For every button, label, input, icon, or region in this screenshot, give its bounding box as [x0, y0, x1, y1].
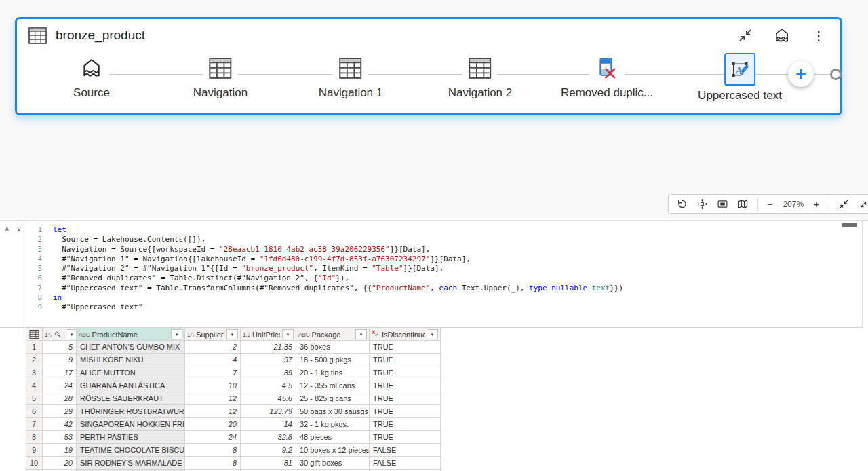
- table-icon: [203, 53, 238, 83]
- line-number: 7: [0, 284, 42, 293]
- row-number: 9: [26, 444, 43, 457]
- column-label: ProductName: [92, 331, 138, 339]
- line-number: 3: [0, 245, 42, 255]
- plus-icon: +: [814, 199, 820, 209]
- step-navigation[interactable]: Navigation: [193, 53, 248, 100]
- table-header-row: 1²₃Id▼ABCProductName▼1²₃SupplierId▼1.2Un…: [26, 328, 441, 341]
- expand-editor-down-button[interactable]: ∨: [17, 225, 22, 233]
- cell: 8: [185, 444, 241, 457]
- column-header-isdiscontinued[interactable]: ×✓IsDiscontinued▼: [370, 328, 441, 341]
- code-line: 7 #"Uppercased text" = Table.TransformCo…: [0, 284, 847, 293]
- query-card-bronze-product[interactable]: bronze_product ⋮: [15, 17, 842, 115]
- minimap-button[interactable]: [737, 198, 749, 210]
- step-removed-duplic[interactable]: Removed duplic...: [561, 53, 653, 100]
- cell: 81: [241, 457, 296, 470]
- dropdown-icon: ▼: [359, 333, 363, 337]
- row-number: 3: [26, 366, 43, 379]
- cell: 20: [43, 457, 77, 470]
- cell: 32.8: [241, 431, 296, 444]
- view-toolbar: − 207% +: [668, 194, 868, 214]
- collapse-view-button[interactable]: [838, 199, 849, 210]
- row-number: 7: [26, 418, 43, 431]
- line-number: 4: [0, 255, 42, 264]
- filter-dropdown-button[interactable]: ▼: [355, 329, 367, 339]
- table-row: 15CHEF ANTON'S GUMBO MIX221.3536 boxesTR…: [26, 341, 441, 354]
- cell: 9: [43, 354, 77, 366]
- table-row: 424GUARANÁ FANTÁSTICA104.512 - 355 ml ca…: [26, 379, 441, 392]
- column-label: IsDiscontinued: [382, 331, 425, 339]
- filter-dropdown-button[interactable]: ▼: [282, 329, 294, 339]
- row-number: 1: [26, 341, 43, 354]
- uppercased-text-icon: A: [724, 53, 755, 86]
- cell: THÜRINGER ROSTBRATWURST: [77, 405, 185, 418]
- cell: TRUE: [370, 379, 441, 392]
- code-line: 8in: [0, 293, 847, 303]
- column-header-package[interactable]: ABCPackage▼: [296, 328, 370, 341]
- formula-editor[interactable]: ∧ ∨ 1let2 Source = Lakehouse.Contents([]…: [0, 221, 863, 328]
- step-navigation-2[interactable]: Navigation 2: [448, 53, 513, 100]
- map-icon: [737, 198, 749, 210]
- data-preview-table: 1²₃Id▼ABCProductName▼1²₃SupplierId▼1.2Un…: [26, 328, 441, 471]
- fit-to-screen-button[interactable]: [717, 198, 728, 210]
- select-all-corner-cell[interactable]: [26, 328, 43, 341]
- zoom-out-button[interactable]: −: [767, 199, 773, 209]
- column-header-supplierid[interactable]: 1²₃SupplierId▼: [185, 328, 241, 341]
- more-options-button[interactable]: ⋮: [811, 29, 827, 42]
- code-line: 9 #"Uppercased text": [0, 303, 847, 312]
- query-output-port[interactable]: [830, 69, 842, 80]
- table-row: 853PERTH PASTIES2432.848 piecesTRUE: [26, 431, 441, 444]
- cell: 14: [241, 418, 296, 431]
- cell: 4.5: [241, 379, 296, 392]
- minus-icon: −: [767, 199, 773, 209]
- number-type-icon: 1²₃: [45, 331, 52, 338]
- table-icon: [462, 53, 498, 83]
- step-uppercased-text[interactable]: AUppercased text: [698, 53, 782, 102]
- code-line: 2 Source = Lakehouse.Contents([]),: [0, 235, 847, 244]
- code-line: 6 #"Removed duplicates" = Table.Distinct…: [0, 274, 847, 283]
- row-number: 6: [26, 405, 43, 418]
- line-number: 6: [0, 274, 42, 283]
- dropdown-icon: ▼: [70, 333, 74, 337]
- add-step-button[interactable]: +: [788, 61, 814, 87]
- cell: TRUE: [370, 431, 441, 444]
- cell: 19: [43, 444, 77, 457]
- cell: 12: [185, 392, 241, 405]
- collapse-editor-up-button[interactable]: ∧: [5, 225, 9, 233]
- number-type-icon: 1²₃: [187, 331, 194, 338]
- true-false-type-icon: ×✓: [372, 330, 380, 339]
- filter-dropdown-button[interactable]: ▼: [427, 329, 438, 339]
- column-header-unitprice[interactable]: 1.2UnitPrice▼: [241, 328, 296, 341]
- code-text: let: [53, 225, 66, 235]
- cell: 123.79: [241, 405, 296, 418]
- expand-view-button[interactable]: [858, 199, 868, 210]
- cell: 24: [43, 379, 77, 392]
- zoom-in-button[interactable]: +: [814, 199, 820, 209]
- collapse-card-button[interactable]: [738, 28, 753, 43]
- cell: CHEF ANTON'S GUMBO MIX: [77, 341, 185, 354]
- step-source[interactable]: Source: [73, 53, 110, 100]
- dropdown-icon: ▼: [231, 333, 235, 337]
- editor-scrollbar-thumb[interactable]: [842, 223, 857, 227]
- step-label: Source: [73, 86, 110, 100]
- cell: TRUE: [370, 354, 441, 366]
- filter-dropdown-button[interactable]: ▼: [66, 329, 77, 339]
- filter-dropdown-button[interactable]: ▼: [226, 329, 238, 339]
- column-label: SupplierId: [196, 331, 224, 339]
- line-number: 5: [0, 264, 42, 274]
- column-header-productname[interactable]: ABCProductName▼: [77, 328, 185, 341]
- pan-mode-button[interactable]: [696, 198, 708, 210]
- filter-dropdown-button[interactable]: ▼: [171, 329, 182, 339]
- svg-text:A: A: [735, 66, 742, 76]
- dropdown-icon: ▼: [431, 333, 435, 337]
- step-navigation-1[interactable]: Navigation 1: [319, 53, 383, 100]
- cell: 24: [185, 431, 241, 444]
- row-number: 8: [26, 431, 43, 444]
- column-header-id[interactable]: 1²₃Id▼: [43, 328, 77, 341]
- reset-view-button[interactable]: [676, 198, 688, 210]
- code-text: in: [53, 293, 62, 303]
- row-number: 5: [26, 392, 43, 405]
- diagram-canvas[interactable]: bronze_product ⋮: [0, 0, 868, 221]
- lakehouse-destination-button[interactable]: [773, 26, 791, 44]
- cell: FALSE: [370, 457, 441, 470]
- toolbar-divider: [757, 198, 758, 210]
